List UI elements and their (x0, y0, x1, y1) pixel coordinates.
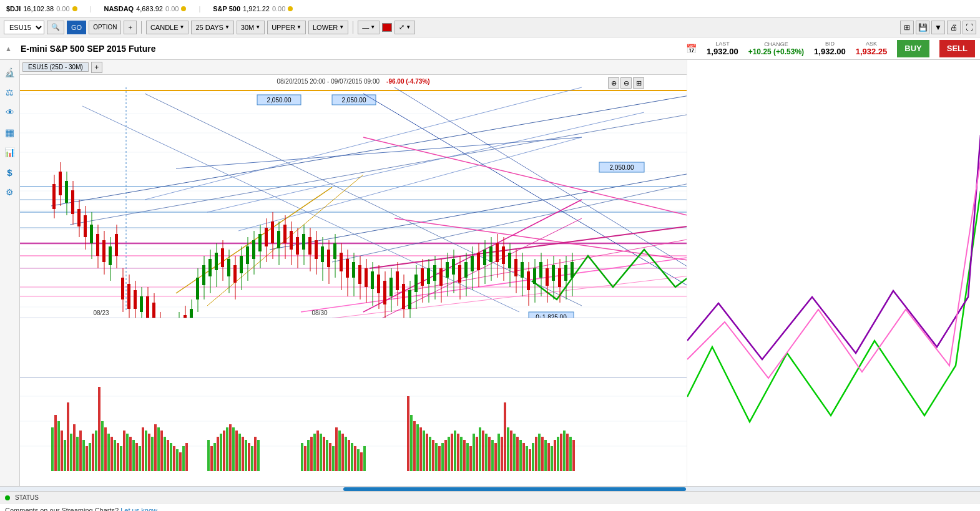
comments-link[interactable]: Let us know. (120, 507, 159, 512)
change-item: CHANGE +10.25 (+0.53%) (748, 41, 804, 56)
days-label: 25 DAYS (195, 24, 223, 31)
scale-icon[interactable]: ⚖ (2, 85, 17, 100)
svg-rect-313 (257, 440, 260, 471)
save-icon-btn[interactable]: 💾 (916, 21, 929, 34)
option-button[interactable]: OPTION (89, 21, 121, 34)
chart-svg: 2,050.00 2,050.00 0↓1,825.00 2,050.00 (20, 75, 687, 318)
svg-rect-260 (73, 424, 76, 471)
svg-rect-378 (541, 437, 544, 471)
upper-button[interactable]: UPPER ▼ (267, 21, 306, 34)
svg-rect-286 (154, 424, 157, 471)
svg-rect-68 (96, 234, 99, 256)
settings-icon[interactable]: ⚙ (2, 185, 17, 200)
fullscreen-icon-btn[interactable]: ⛶ (963, 21, 976, 34)
save-dropdown-btn[interactable]: ▼ (931, 21, 945, 34)
search-button[interactable]: 🔍 (47, 21, 64, 34)
svg-rect-356 (473, 434, 475, 471)
main-chart-area[interactable]: 08/20/2015 20:00 - 09/07/2015 09:00 -96.… (20, 75, 687, 377)
microscope-icon[interactable]: 🔬 (2, 65, 17, 80)
svg-rect-355 (469, 446, 472, 471)
svg-rect-304 (229, 424, 232, 471)
candle-button[interactable]: CANDLE ▼ (146, 21, 189, 34)
svg-rect-283 (145, 431, 147, 471)
svg-rect-291 (170, 443, 172, 471)
svg-rect-206 (527, 271, 530, 290)
svg-rect-262 (79, 431, 82, 471)
svg-rect-278 (129, 437, 132, 471)
ticker-nasdaq: NASDAQ 4,683.92 0.00 (104, 5, 186, 12)
eye-icon[interactable]: 👁 (2, 105, 17, 120)
scrollbar-area[interactable] (0, 486, 980, 491)
chart-zoom-fit-btn[interactable]: ⊞ (633, 77, 644, 89)
svg-rect-86 (152, 303, 155, 318)
upper-label: UPPER (272, 24, 295, 31)
svg-rect-368 (510, 431, 512, 471)
ticker-dji-value: 16,102.38 (23, 5, 54, 12)
svg-rect-330 (351, 443, 353, 471)
svg-rect-58 (65, 181, 68, 203)
comments-text: Comments on our Streaming Charts? (5, 507, 119, 512)
svg-rect-297 (207, 440, 210, 471)
svg-rect-164 (396, 271, 399, 290)
color-swatch[interactable] (382, 23, 392, 32)
expand-button[interactable]: ⤢ ▼ (394, 21, 415, 34)
svg-rect-64 (84, 215, 87, 237)
zoom-icon-btn[interactable]: ⊞ (900, 21, 914, 34)
svg-rect-194 (489, 246, 492, 262)
days-button[interactable]: 25 DAYS ▼ (191, 21, 233, 34)
svg-rect-325 (335, 427, 338, 471)
svg-rect-259 (70, 434, 72, 471)
chart-zoom-out-btn[interactable]: ⊖ (620, 77, 632, 89)
svg-rect-122 (265, 228, 268, 246)
toolbar-right-icons: ⊞ 💾 ▼ 🖨 ⛶ (900, 21, 976, 34)
svg-rect-146 (340, 253, 343, 271)
svg-rect-388 (572, 440, 575, 471)
buy-button[interactable]: BUY (897, 40, 929, 57)
sep1: | (90, 5, 92, 12)
symbol-select[interactable]: ESU15 (4, 21, 44, 34)
scrollbar-thumb[interactable] (343, 487, 687, 491)
dollar-icon[interactable]: $ (2, 165, 17, 180)
svg-rect-257 (64, 440, 66, 471)
line-button[interactable]: — ▼ (358, 21, 380, 34)
svg-rect-212 (546, 268, 549, 286)
svg-rect-269 (101, 421, 104, 471)
svg-rect-287 (157, 427, 160, 471)
svg-rect-333 (360, 452, 363, 471)
line-icon: — (362, 24, 369, 31)
svg-rect-274 (117, 443, 119, 471)
svg-rect-267 (95, 431, 97, 471)
go-button[interactable]: GO (67, 21, 86, 34)
svg-rect-98 (190, 309, 193, 318)
lower-button[interactable]: LOWER ▼ (308, 21, 348, 34)
svg-rect-102 (202, 265, 205, 285)
svg-rect-168 (408, 290, 411, 309)
svg-rect-96 (184, 315, 187, 318)
chart-tab-esu15[interactable]: ESU15 (25D - 30M) (22, 62, 89, 72)
chart-add-tab-button[interactable]: + (91, 62, 102, 73)
print-icon-btn[interactable]: 🖨 (947, 21, 961, 34)
svg-rect-312 (254, 437, 257, 471)
calendar-icon[interactable]: 📅 (686, 44, 697, 54)
svg-rect-256 (61, 431, 63, 471)
svg-rect-341 (426, 434, 428, 471)
sell-button[interactable]: SELL (939, 40, 975, 57)
option-plus-button[interactable]: + (124, 21, 136, 34)
chart-bar-icon[interactable]: 📊 (2, 145, 17, 160)
candle-dropdown-icon: ▼ (180, 24, 185, 30)
svg-rect-74 (115, 234, 118, 256)
interval-button[interactable]: 30M ▼ (237, 21, 265, 34)
svg-rect-254 (54, 415, 57, 471)
svg-rect-200 (508, 253, 511, 268)
svg-rect-352 (460, 437, 463, 471)
status-bar: STATUS (0, 491, 980, 504)
svg-rect-374 (529, 449, 531, 471)
chart-zoom-in-btn[interactable]: ⊕ (608, 77, 619, 89)
svg-rect-299 (213, 443, 216, 471)
svg-rect-118 (252, 240, 255, 259)
layers-icon[interactable]: ▦ (2, 125, 17, 140)
svg-rect-284 (148, 434, 150, 471)
svg-rect-314 (301, 443, 303, 471)
svg-rect-358 (479, 427, 481, 471)
right-forecast-panel (687, 60, 980, 486)
